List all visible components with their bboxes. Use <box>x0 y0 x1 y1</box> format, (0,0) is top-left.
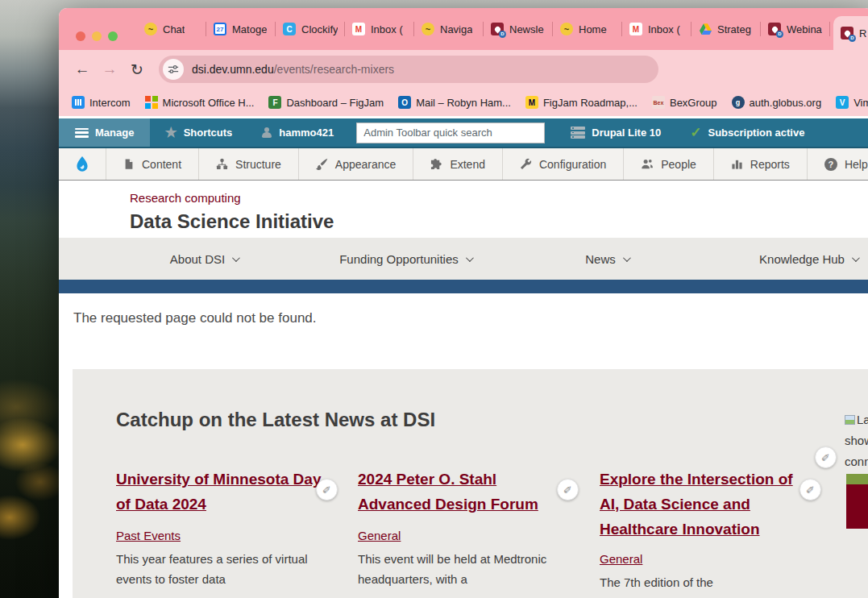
admin-manage-button[interactable]: Manage <box>59 118 150 147</box>
bookmark-figjam-dashboard[interactable]: F Dashboard – FigJam <box>268 96 384 109</box>
window-controls <box>76 31 118 41</box>
site-header: Research computing Data Science Initiati… <box>59 181 868 238</box>
bookmark-vimeo[interactable]: V Vimeo <box>836 96 868 109</box>
site-title[interactable]: Data Science Initiative <box>130 210 868 233</box>
bookmark-label: FigJam Roadmap,... <box>543 97 638 109</box>
nav-news[interactable]: News <box>585 252 629 266</box>
figjam-icon: F <box>268 96 281 109</box>
drupal-site-icon: D <box>491 23 504 35</box>
url-text: dsi.dev.umn.edu/events/research-mixers <box>192 63 394 76</box>
admin-home-button[interactable] <box>59 148 106 180</box>
username-label: hammo421 <box>279 127 334 139</box>
subscription-status[interactable]: ✓ Subscription active <box>675 118 819 147</box>
admin-menu-appearance[interactable]: Appearance <box>299 148 414 180</box>
tab-list: ~ Chat 27 Matoge C Clockify M Inbox ( ~ <box>137 8 868 50</box>
tab-navigate[interactable]: ~ Naviga <box>414 8 484 50</box>
tab-strategy[interactable]: Strateg <box>691 8 761 50</box>
bookmark-label: Microsoft Office H... <box>163 97 255 109</box>
tab-webinar[interactable]: D Webina <box>761 8 830 50</box>
shortcuts-label: Shortcuts <box>184 127 233 139</box>
tab-label: Chat <box>163 23 185 35</box>
news-card-title-link[interactable]: Explore the Intersection of AI, Data Sci… <box>600 467 811 542</box>
star-icon: ★ <box>164 126 177 139</box>
news-card-title-link[interactable]: University of Minnesota Day of Data 2024 <box>116 467 327 517</box>
menu-label: Configuration <box>539 158 606 171</box>
minimize-button[interactable] <box>92 31 102 41</box>
tab-label: Inbox ( <box>371 23 403 35</box>
forward-button[interactable]: → <box>96 60 123 78</box>
admin-menu-extend[interactable]: Extend <box>413 148 503 180</box>
back-button[interactable]: ← <box>69 60 96 78</box>
edit-pencil-button[interactable]: ✎ <box>557 479 579 500</box>
nav-about-dsi[interactable]: About DSI <box>170 252 238 266</box>
tab-active-research[interactable]: D R <box>833 16 868 50</box>
address-bar[interactable]: dsi.dev.umn.edu/events/research-mixers <box>159 56 658 83</box>
edit-pencil-button[interactable]: ✎ <box>316 479 338 500</box>
reload-button[interactable]: ↻ <box>123 60 151 79</box>
menu-label: Extend <box>450 158 485 171</box>
tab-matoge[interactable]: 27 Matoge <box>206 8 276 50</box>
admin-search-input[interactable] <box>356 123 545 143</box>
bookmark-office[interactable]: Microsoft Office H... <box>145 96 255 109</box>
puzzle-icon <box>430 158 442 170</box>
tab-inbox-1[interactable]: M Inbox ( <box>345 8 414 50</box>
news-card-title-link[interactable]: 2024 Peter O. Stahl Advanced Design Foru… <box>358 467 569 517</box>
tab-home[interactable]: ~ Home <box>553 8 622 50</box>
bookmark-label: auth.globus.org <box>750 97 822 109</box>
admin-menu-help[interactable]: ? Help <box>808 148 868 180</box>
clockify-icon: C <box>283 23 296 35</box>
menu-label: Appearance <box>335 158 397 171</box>
news-card-day-of-data: University of Minnesota Day of Data 2024… <box>116 467 327 592</box>
vimeo-icon: V <box>836 96 849 109</box>
manage-label: Manage <box>95 127 134 139</box>
nav-knowledge-hub[interactable]: Knowledge Hub <box>759 252 858 266</box>
admin-menu-structure[interactable]: Structure <box>199 148 299 180</box>
menu-label: Help <box>845 158 868 171</box>
bookmark-globus[interactable]: g auth.globus.org <box>732 96 822 109</box>
miro-icon: M <box>525 96 538 109</box>
news-card-category-link[interactable]: Past Events <box>116 529 181 542</box>
admin-user-button[interactable]: hammo421 <box>247 118 348 147</box>
news-card-stahl-forum: 2024 Peter O. Stahl Advanced Design Foru… <box>358 467 569 592</box>
tab-label: Newsle <box>509 23 544 35</box>
fullscreen-button[interactable] <box>108 31 118 41</box>
close-button[interactable] <box>76 31 85 41</box>
chevron-down-icon <box>466 254 474 262</box>
admin-menu-people[interactable]: People <box>624 148 714 180</box>
site-settings-icon[interactable] <box>163 59 184 80</box>
bookmark-figjam-roadmap[interactable]: M FigJam Roadmap,... <box>525 96 638 109</box>
admin-shortcuts-button[interactable]: ★ Shortcuts <box>150 118 247 147</box>
news-cards: University of Minnesota Day of Data 2024… <box>116 467 868 592</box>
tab-label: Strateg <box>717 23 751 35</box>
nav-label: Knowledge Hub <box>759 252 845 266</box>
maroon-accent-block <box>846 484 868 529</box>
admin-menu-configuration[interactable]: Configuration <box>503 148 624 180</box>
news-card-excerpt: This year features a series of virtual e… <box>116 549 327 589</box>
news-card-category-link[interactable]: General <box>600 552 642 566</box>
server-stack-icon <box>571 127 585 139</box>
navy-accent-band <box>59 280 868 293</box>
bookmark-bexgroup[interactable]: Bex BexGroup <box>652 96 717 109</box>
drupal-lite-status[interactable]: Drupal Lite 10 <box>556 118 675 147</box>
bookmark-intercom[interactable]: Intercom <box>72 96 131 109</box>
edit-pencil-button[interactable]: ✎ <box>799 479 821 500</box>
bookmark-outlook-mail[interactable]: O Mail – Robyn Ham... <box>398 96 511 109</box>
tab-clockify[interactable]: C Clockify <box>276 8 345 50</box>
admin-menu-content[interactable]: Content <box>106 148 199 180</box>
tab-newsletter[interactable]: D Newsle <box>484 8 553 50</box>
tab-inbox-2[interactable]: M Inbox ( <box>622 8 691 50</box>
news-card-excerpt: The 7th edition of the <box>600 572 811 592</box>
edit-pencil-button[interactable]: ✎ <box>815 446 837 468</box>
broken-image-icon <box>845 415 855 425</box>
tab-label: Clockify <box>301 23 338 35</box>
breadcrumb-research-computing[interactable]: Research computing <box>130 191 868 205</box>
news-card-category-link[interactable]: General <box>358 529 401 542</box>
page-content: The requested page could not be found. <box>59 293 868 369</box>
alt-text-line: La <box>857 413 868 426</box>
admin-menu-reports[interactable]: Reports <box>714 148 808 180</box>
nav-funding-opportunities[interactable]: Funding Opportunities <box>339 252 471 266</box>
tab-chat[interactable]: ~ Chat <box>137 8 206 50</box>
side-image-alt-text: La show conn <box>845 409 868 472</box>
news-heading: Catchup on the Latest News at DSI <box>116 409 868 431</box>
tab-label: Naviga <box>440 23 472 35</box>
